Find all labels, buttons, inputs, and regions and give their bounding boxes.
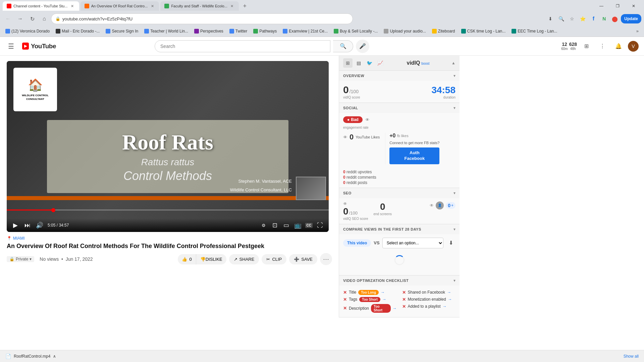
- bookmark-2[interactable]: Mail - Eric Dorado -...: [53, 27, 102, 36]
- yt-likes-eye-icon[interactable]: 👁: [343, 135, 347, 140]
- yt-mic-button[interactable]: 🎤: [356, 40, 369, 53]
- forward-button[interactable]: →: [15, 13, 25, 24]
- vidiq-tab-twitter[interactable]: 🐦: [365, 58, 374, 68]
- bookmark-9[interactable]: Buy & Sell Locally -...: [331, 27, 380, 36]
- maximize-button[interactable]: ❐: [610, 1, 625, 11]
- share-button[interactable]: ↗ SHARE: [229, 254, 259, 264]
- yt-apps-button[interactable]: ⋮: [596, 40, 609, 53]
- ext1-icon[interactable]: f: [589, 14, 598, 23]
- compare-download-button[interactable]: ⬇: [446, 238, 455, 248]
- more-options-button[interactable]: ⋯: [320, 253, 332, 265]
- settings-button[interactable]: ⚙: [260, 221, 268, 229]
- social-section-header[interactable]: SOCIAL ▾: [339, 103, 460, 113]
- bookmark-icon[interactable]: ☆: [567, 14, 577, 23]
- vidiq-tab-chart[interactable]: 📈: [375, 58, 385, 68]
- overview-section-header[interactable]: OVERVIEW ▾: [339, 71, 460, 81]
- yt-logo[interactable]: ▶ YouTube: [22, 43, 56, 50]
- yt-menu-button[interactable]: ☰: [5, 40, 17, 53]
- vidiq-tab-grid[interactable]: ⊞: [343, 58, 353, 68]
- vidiq-collapse-button[interactable]: ▲: [451, 61, 455, 65]
- video-progress-bar[interactable]: [7, 209, 329, 210]
- video-frame[interactable]: 🏠 WILDLIFE CONTROL CONSULTANT Roof Rats …: [7, 61, 329, 232]
- bookmark-12[interactable]: CSK time Log - Lan...: [459, 27, 508, 36]
- checklist-pl-arrow[interactable]: →: [443, 304, 447, 309]
- checklist-fb-arrow[interactable]: →: [447, 290, 451, 295]
- url-bar[interactable]: 🔒 youtube.com/watch?v=Ez5zP4tq7fU: [51, 13, 353, 24]
- extensions-icon[interactable]: ⬇: [546, 14, 555, 23]
- tab-3[interactable]: Faculty and Staff - Wildlife Ecolo... ✕: [160, 1, 238, 11]
- checklist-section-header[interactable]: VIDEO OPTIMIZATION CHECKLIST ▾: [339, 276, 460, 286]
- bookmark-7[interactable]: Pathways: [251, 27, 279, 36]
- yt-bell-button[interactable]: 🔔: [612, 40, 625, 53]
- dislike-button[interactable]: 👎 DISLIKE: [196, 254, 226, 264]
- bookmark-3[interactable]: Secure Sign In: [103, 27, 141, 36]
- compare-section-header[interactable]: COMPARE VIEWS IN THE FIRST 28 DAYS ▾: [339, 224, 460, 234]
- yt-search-input[interactable]: [155, 40, 330, 52]
- yt-avatar[interactable]: V: [628, 41, 639, 52]
- video-location[interactable]: 📍 MIAMI: [7, 236, 332, 241]
- theater-button[interactable]: ▭: [282, 221, 290, 229]
- bookmark-4-label: Teacher | World Lin...: [150, 29, 188, 34]
- star-icon[interactable]: ⭐: [578, 14, 587, 23]
- update-button[interactable]: Update: [621, 14, 641, 23]
- show-all-button[interactable]: Show all: [624, 354, 639, 359]
- auth-facebook-button[interactable]: Auth Facebook: [389, 147, 439, 164]
- checklist-desc-arrow[interactable]: →: [393, 306, 397, 311]
- miniplayer-button[interactable]: ⊡: [271, 221, 279, 229]
- minimize-button[interactable]: —: [594, 1, 609, 11]
- new-tab-button[interactable]: +: [240, 1, 250, 11]
- bookmark-11-icon: [432, 29, 437, 34]
- checklist-tags-arrow[interactable]: →: [382, 297, 386, 302]
- yt-grid-button[interactable]: ⊞: [580, 40, 593, 53]
- bookmark-6[interactable]: Twitter: [227, 27, 250, 36]
- cast-button[interactable]: 📺: [294, 221, 302, 229]
- clip-button[interactable]: ✂ CLIP: [262, 254, 286, 264]
- cc-button[interactable]: CC: [305, 223, 313, 228]
- bookmark-11[interactable]: Ziteboard: [429, 27, 458, 36]
- bookmark-10[interactable]: Upload your audio...: [381, 27, 428, 36]
- bookmark-8[interactable]: Examview | 21st Ce...: [280, 27, 330, 36]
- tab-2[interactable]: An Overview Of Roof Rat Contro... ✕: [80, 1, 159, 11]
- tab-1[interactable]: Channel content - YouTube Stu... ✕: [3, 1, 79, 11]
- save-button[interactable]: ➕ SAVE: [289, 254, 317, 264]
- tab-3-close[interactable]: ✕: [229, 3, 235, 9]
- seo-score-display: 0 /100: [343, 206, 358, 217]
- home-button[interactable]: ⌂: [39, 13, 50, 24]
- checklist-mon-label: Monetization enabled: [408, 297, 446, 302]
- compare-select-dropdown[interactable]: Select an option...: [382, 238, 443, 248]
- back-button[interactable]: ←: [3, 13, 13, 24]
- like-button[interactable]: 👍 0: [178, 254, 196, 264]
- bookmark-2-label: Mail - Eric Dorado -...: [62, 29, 100, 34]
- yt-search-button[interactable]: 🔍: [333, 40, 353, 52]
- volume-button[interactable]: 🔊: [36, 221, 44, 229]
- bookmark-13[interactable]: EEC Time Log - Lan...: [509, 27, 560, 36]
- engagement-eye-icon[interactable]: 👁: [365, 117, 370, 122]
- refresh-button[interactable]: ↻: [27, 13, 38, 24]
- seo-eye-icon[interactable]: 👁: [343, 201, 347, 206]
- next-button[interactable]: ⏭: [23, 221, 32, 229]
- tab-2-close[interactable]: ✕: [150, 3, 155, 9]
- tab-1-close[interactable]: ✕: [70, 3, 75, 9]
- search-icon[interactable]: 🔍: [556, 14, 566, 23]
- vidiq-tab-bar[interactable]: ▤: [354, 58, 363, 68]
- bad-label: Bad: [351, 117, 359, 122]
- private-badge[interactable]: 🔒 Private ▾: [7, 256, 34, 262]
- checklist-title-arrow[interactable]: →: [381, 290, 385, 295]
- fullscreen-button[interactable]: ⛶: [316, 221, 324, 229]
- play-button[interactable]: ▶: [11, 221, 19, 229]
- close-button[interactable]: ✕: [626, 1, 641, 11]
- seo-avatar-eye-icon[interactable]: 👁: [430, 203, 434, 208]
- end-screens-value: 0: [380, 201, 385, 212]
- checklist-mon-arrow[interactable]: →: [448, 297, 452, 302]
- fb-box: +0 fb likes Connect to get more FB stats…: [385, 133, 439, 164]
- checklist-facebook: ✕ Shared on Facebook →: [402, 289, 456, 296]
- ext3-icon[interactable]: ⬤: [610, 14, 620, 23]
- bookmark-4[interactable]: Teacher | World Lin...: [142, 27, 191, 36]
- seo-section-header[interactable]: SEO ▾: [339, 188, 460, 198]
- ext2-icon[interactable]: N: [599, 14, 609, 23]
- share-icon: ↗: [234, 257, 237, 262]
- more-bookmarks-button[interactable]: »: [634, 28, 641, 34]
- bookmark-1[interactable]: (12) Veronica Dorado: [3, 27, 52, 36]
- video-controls: ▶ ⏭ 🔊 5:05 / 34:57 ⚙ ⊡ ▭ 📺: [7, 219, 329, 232]
- bookmark-5[interactable]: Perspectives: [192, 27, 226, 36]
